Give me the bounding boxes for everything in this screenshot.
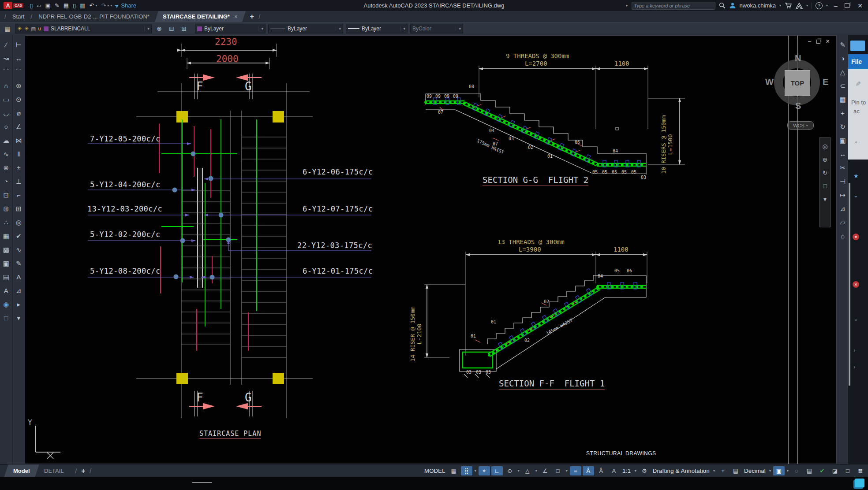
search-expand-icon[interactable]: ▸ (626, 4, 628, 7)
baseline-dimension-tool[interactable]: ⋈ (13, 134, 24, 147)
make-layer-current-icon[interactable]: ⊜ (154, 24, 164, 33)
snap-mode-icon[interactable]: ⣿ (461, 466, 472, 475)
close-button[interactable]: ✕ (856, 2, 864, 9)
compass-west[interactable]: W (765, 77, 774, 87)
undo-icon[interactable]: ↶ (89, 2, 94, 9)
linear-dimension-tool[interactable]: ⊢ (13, 38, 24, 52)
gradient-tool[interactable]: ▩ (0, 243, 12, 256)
insert-block-tool[interactable]: ⊡ (0, 188, 12, 202)
fillet-tool[interactable]: ▱ (837, 215, 849, 229)
model-space-toggle[interactable]: MODEL (423, 466, 447, 475)
user-caret-icon[interactable]: ▾ (779, 4, 781, 7)
workspace-gear-icon[interactable]: ⚙ (639, 466, 650, 475)
help-icon[interactable]: ? (816, 2, 823, 9)
units-caret[interactable]: ▾ (768, 466, 772, 475)
customization-icon[interactable]: ≣ (855, 466, 866, 475)
save-as-icon[interactable]: ✎ (55, 2, 60, 9)
share-label[interactable]: Share (121, 2, 136, 9)
ellipse-tool[interactable]: ⊜ (0, 161, 12, 174)
donut-tool[interactable]: ◉ (0, 297, 12, 311)
tolerance-tool[interactable]: ± (13, 161, 24, 174)
tab-start[interactable]: Start (11, 13, 26, 20)
notification-icon[interactable] (855, 479, 864, 487)
restore-button[interactable] (845, 3, 849, 8)
compass-north[interactable]: N (795, 53, 801, 63)
line-tool[interactable]: ∕ (0, 38, 12, 52)
tab-close-icon[interactable]: × (234, 13, 238, 20)
cart-icon[interactable] (785, 2, 792, 9)
viewcube-top-face[interactable]: TOP (785, 70, 810, 96)
lock-caret[interactable]: ▾ (786, 466, 789, 475)
favorites-icon[interactable]: ★ (853, 173, 859, 179)
lineweight-icon[interactable]: ≡ (570, 466, 581, 475)
layer-properties-icon[interactable]: ▦ (3, 24, 12, 33)
copy-tool[interactable]: ◑ (837, 52, 849, 65)
center-mark-tool[interactable]: ⊥ (13, 174, 24, 188)
scale-tool[interactable]: ▣ (837, 134, 849, 147)
undo-caret[interactable]: ▾ (95, 4, 97, 7)
compass-south[interactable]: S (795, 101, 801, 111)
print-icon[interactable]: ▥ (80, 2, 85, 9)
polygon-tool[interactable]: ⌂ (0, 79, 12, 93)
wipeout-tool[interactable]: □ (0, 311, 12, 325)
workspace-label[interactable]: Drafting & Annotation (651, 466, 711, 475)
viewport-restore-button[interactable] (816, 40, 820, 44)
dimension-text-tool[interactable]: A (13, 270, 24, 284)
break-tool[interactable]: ↦ (837, 188, 849, 202)
polar-caret[interactable]: ▾ (517, 466, 520, 475)
save-icon[interactable]: ▣ (45, 2, 51, 9)
drawing-canvas[interactable]: 2230 2000 F G F G 7-Y12-05-200c/c5-Y12-0… (25, 35, 837, 464)
stretch-tool[interactable]: ↔ (837, 147, 849, 161)
annotation-scale-icon[interactable]: A (608, 466, 620, 475)
color-dropdown-icon[interactable]: ▾ (258, 26, 263, 31)
table-tool[interactable]: ▤ (0, 270, 12, 284)
center-line-tool[interactable]: ◎ (13, 215, 24, 229)
isodraft-caret[interactable]: ▾ (535, 466, 538, 475)
share-icon[interactable]: ➤ (113, 2, 120, 9)
help-caret-icon[interactable]: ▾ (826, 4, 828, 7)
compass-east[interactable]: E (823, 77, 828, 87)
username[interactable]: nwoka.chimka (740, 2, 776, 9)
trim-tool[interactable]: ✂ (837, 161, 849, 174)
view-cube[interactable]: N W E S TOP (771, 56, 823, 109)
autocad-logo-icon[interactable]: A (4, 2, 12, 9)
array-tool[interactable]: ▦ (837, 93, 849, 106)
zoom-extents-icon[interactable]: □ (823, 182, 827, 189)
chamfer-tool[interactable]: ⊿ (837, 202, 849, 215)
collapse-chevron-icon[interactable]: ⌄ (853, 192, 858, 199)
hatch-tool[interactable]: ▦ (0, 229, 12, 243)
collapse-chevron-icon-2[interactable]: ⌄ (853, 316, 858, 322)
open-file-icon[interactable]: ▱ (37, 2, 41, 9)
layer-states-icon[interactable]: ⊞ (179, 24, 189, 33)
graphics-performance-icon[interactable]: ✔ (816, 466, 828, 475)
flyout-arrow-icon-2[interactable]: ▾ (13, 311, 24, 325)
tab-staircase-detailing[interactable]: STAIRCASE DETAILING* × (155, 11, 246, 22)
annotation-visibility-icon[interactable]: Å (583, 466, 594, 475)
circle-tool[interactable]: ○ (0, 120, 12, 134)
region-tool[interactable]: ▣ (0, 256, 12, 270)
isolate-objects-icon[interactable]: ◌ (791, 466, 802, 475)
erase-tool[interactable]: ✎ (837, 38, 849, 52)
search-icon[interactable] (719, 2, 726, 9)
aligned-dimension-tool[interactable]: ↔ (13, 52, 24, 65)
fullscreen-icon[interactable]: □ (842, 466, 853, 475)
plot-status-icon[interactable]: ▤ (804, 466, 815, 475)
units-label[interactable]: Decimal (743, 466, 767, 475)
point-tool[interactable]: ∴ (0, 215, 12, 229)
rotate-tool[interactable]: ↻ (837, 120, 849, 134)
osnap-caret[interactable]: ▾ (565, 466, 569, 475)
redo-caret[interactable]: ▾ (107, 4, 109, 7)
layer-previous-icon[interactable]: ⊟ (167, 24, 176, 33)
autodesk-icon[interactable] (796, 3, 803, 9)
snap-caret[interactable]: ▾ (474, 466, 477, 475)
polyline-tool[interactable]: ↝ (0, 52, 12, 65)
search-input[interactable] (632, 2, 715, 10)
viewport-minimize-button[interactable]: – (808, 38, 811, 45)
expand-arrow-icon[interactable]: › (853, 347, 855, 353)
pan-icon[interactable]: ⊕ (823, 156, 828, 163)
layout-tab-model[interactable]: Model (4, 464, 39, 477)
lock-ui-icon[interactable]: ▣ (773, 466, 785, 475)
qat-menu-icon[interactable]: ▾ (110, 4, 112, 7)
autodesk-caret-icon[interactable]: ▾ (806, 4, 808, 7)
ortho-mode-icon[interactable]: ∟ (491, 466, 503, 475)
